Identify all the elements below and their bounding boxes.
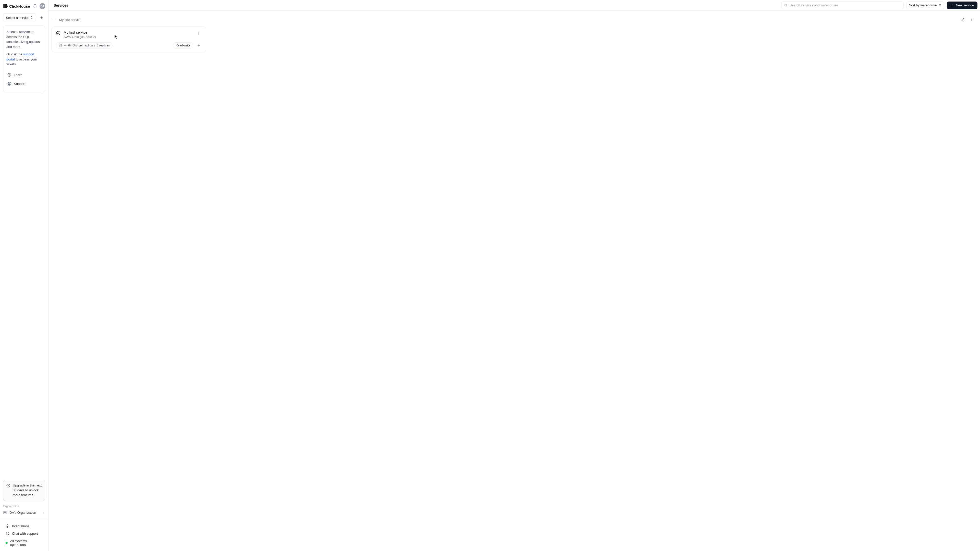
add-to-group-button[interactable] xyxy=(968,16,975,23)
size-min: 32 xyxy=(59,44,62,47)
brand-logo[interactable]: ClickHouse xyxy=(3,4,30,8)
service-select[interactable]: Select a service xyxy=(3,13,36,22)
replicas: 3 replicas xyxy=(97,44,110,47)
chat-icon xyxy=(6,532,10,535)
svg-point-37 xyxy=(199,34,199,35)
plus-icon xyxy=(950,3,954,7)
learn-link[interactable]: Learn xyxy=(6,70,42,79)
org-section-label: Organization xyxy=(0,503,48,509)
content: My first service xyxy=(48,11,980,551)
svg-rect-1 xyxy=(4,4,5,8)
svg-rect-2 xyxy=(5,4,6,8)
sidebar-header: ClickHouse DA xyxy=(0,0,48,11)
svg-marker-23 xyxy=(7,524,8,527)
svg-point-28 xyxy=(784,4,787,6)
user-avatar[interactable]: DA xyxy=(40,3,45,9)
service-group: My first service xyxy=(52,15,977,52)
status-dot-icon xyxy=(6,542,8,544)
search-icon xyxy=(784,3,788,7)
svg-line-11 xyxy=(8,83,9,83)
svg-line-26 xyxy=(8,526,9,527)
svg-point-7 xyxy=(8,73,11,76)
svg-rect-16 xyxy=(4,511,6,514)
info-text-1: Select a service to access the SQL conso… xyxy=(6,29,42,49)
svg-line-14 xyxy=(8,84,9,85)
service-mode-pill[interactable]: Read-write xyxy=(173,42,193,48)
page-title: Services xyxy=(54,3,68,7)
sort-select[interactable]: Sort by warehouse xyxy=(906,2,944,9)
group-header: My first service xyxy=(52,15,977,27)
edit-group-button[interactable] xyxy=(959,16,966,23)
pencil-icon xyxy=(961,18,964,22)
clickhouse-logo-icon xyxy=(3,4,8,8)
new-service-button[interactable]: New service xyxy=(947,2,977,9)
support-label: Support xyxy=(14,81,25,86)
service-size-pill[interactable]: 32 64 GiB per replica / 3 replicas xyxy=(56,42,113,48)
chevron-up-down-icon xyxy=(939,3,942,7)
lifebuoy-icon xyxy=(7,82,11,86)
size-max: 64 GiB per replica xyxy=(68,44,93,47)
dots-vertical-icon xyxy=(197,32,200,35)
service-menu-button[interactable] xyxy=(196,30,202,37)
info-text-2: Or visit the support portal to access yo… xyxy=(6,52,42,67)
add-service-sidebar-button[interactable] xyxy=(38,14,45,21)
svg-rect-4 xyxy=(7,6,8,6)
service-select-row: Select a service xyxy=(0,11,48,24)
brand-name: ClickHouse xyxy=(9,4,30,8)
main: Services Sort by warehouse New service xyxy=(48,0,980,551)
chat-support-link[interactable]: Chat with support xyxy=(0,530,48,537)
support-link[interactable]: Support xyxy=(6,79,42,89)
svg-line-29 xyxy=(787,6,788,6)
org-name: DA's Organization xyxy=(10,511,36,514)
service-select-label: Select a service xyxy=(6,16,29,20)
chevron-up-down-icon xyxy=(30,16,33,19)
integrations-label: Integrations xyxy=(12,524,29,528)
integrations-icon xyxy=(6,524,10,528)
service-location: AWS Ohio (us-east-2) xyxy=(64,35,96,39)
arrows-horizontal-icon xyxy=(64,44,67,47)
group-title: My first service xyxy=(59,18,81,22)
size-sep: / xyxy=(94,44,95,47)
plus-icon xyxy=(970,18,974,22)
service-add-button[interactable] xyxy=(196,42,202,48)
upgrade-text: Upgrade in the next 30 days to unlock mo… xyxy=(13,483,42,498)
status-label: All systems operational xyxy=(10,539,43,547)
upgrade-card[interactable]: Upgrade in the next 30 days to unlock mo… xyxy=(3,480,45,501)
svg-point-36 xyxy=(199,33,199,34)
plus-icon xyxy=(40,16,43,19)
search-box[interactable] xyxy=(781,2,904,9)
service-card[interactable]: My first service AWS Ohio (us-east-2) 32 xyxy=(52,27,206,52)
plus-icon xyxy=(197,44,200,47)
search-input[interactable] xyxy=(790,3,901,7)
svg-point-35 xyxy=(199,32,199,33)
sidebar-divider xyxy=(0,519,48,520)
svg-rect-3 xyxy=(6,4,6,8)
status-link[interactable]: All systems operational xyxy=(0,537,48,548)
service-info: My first service AWS Ohio (us-east-2) xyxy=(64,30,96,39)
bell-icon xyxy=(33,4,37,8)
svg-line-13 xyxy=(10,83,11,83)
svg-rect-0 xyxy=(3,4,3,8)
clock-icon xyxy=(6,483,10,487)
info-text-2a: Or visit the xyxy=(6,52,23,56)
chat-label: Chat with support xyxy=(12,532,38,535)
chevron-right-icon xyxy=(42,511,45,514)
sort-label: Sort by warehouse xyxy=(909,3,937,7)
service-name: My first service xyxy=(64,30,96,35)
new-service-label: New service xyxy=(956,3,974,7)
building-icon xyxy=(3,511,7,514)
info-card: Select a service to access the SQL conso… xyxy=(3,25,45,92)
svg-line-12 xyxy=(10,84,11,85)
topbar: Services Sort by warehouse New service xyxy=(48,0,980,11)
organization-row[interactable]: DA's Organization xyxy=(0,509,48,516)
learn-label: Learn xyxy=(14,73,22,78)
question-circle-icon xyxy=(7,73,11,77)
svg-point-34 xyxy=(56,32,60,35)
sidebar: ClickHouse DA Select a service xyxy=(0,0,48,551)
status-ok-icon xyxy=(56,31,60,35)
sidebar-bottom: Integrations Chat with support All syste… xyxy=(0,521,48,551)
notifications-button[interactable] xyxy=(32,3,38,9)
integrations-link[interactable]: Integrations xyxy=(0,522,48,530)
